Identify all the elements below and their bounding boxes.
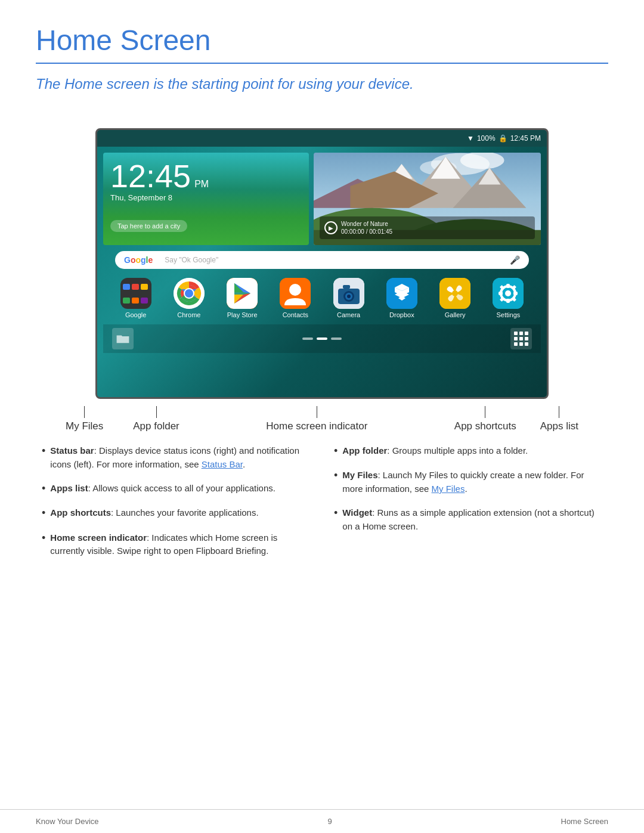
home-indicators xyxy=(302,337,342,340)
apps-dot xyxy=(519,332,523,335)
apps-dot xyxy=(519,342,523,346)
camera-icon xyxy=(333,278,364,309)
footer-right: Home Screen xyxy=(561,817,608,826)
app-icon-google[interactable]: Google xyxy=(120,278,151,318)
app-icons-row: Google xyxy=(103,275,541,321)
dropbox-icon xyxy=(386,278,417,309)
svg-point-27 xyxy=(347,295,351,298)
apps-list-label: Apps list xyxy=(540,406,578,432)
svg-rect-42 xyxy=(499,292,503,295)
my-files-nav-icon[interactable] xyxy=(112,328,134,349)
bullet-app-folder: • App folder: Groups multiple apps into … xyxy=(334,444,602,458)
clock-city[interactable]: Tap here to add a city xyxy=(110,220,187,232)
apps-dot xyxy=(519,337,523,340)
svg-point-39 xyxy=(505,290,511,296)
video-timestamp: 00:00:00 / 00:01:45 xyxy=(341,228,392,236)
svg-rect-28 xyxy=(343,285,350,289)
my-files-link[interactable]: My Files xyxy=(432,484,465,494)
apps-dot xyxy=(525,337,528,340)
apps-dot xyxy=(525,332,528,335)
chrome-icon xyxy=(174,278,205,309)
bullet-status-bar: • Status bar: Displays device status ico… xyxy=(42,444,310,471)
bullet-term-statusbar: Status bar xyxy=(50,445,94,456)
left-labels: My Files App folder xyxy=(66,406,179,432)
indicator-1 xyxy=(302,337,313,340)
bullet-my-files: • My Files: Launch My Files to quickly c… xyxy=(334,469,602,496)
home-body: 12:45 PM Thu, September 8 Tap here to ad… xyxy=(97,147,547,397)
mic-icon[interactable]: 🎤 xyxy=(510,255,520,265)
title-divider xyxy=(36,63,608,64)
bullets-left: • Status bar: Displays device status ico… xyxy=(42,444,310,569)
app-icon-camera[interactable]: Camera xyxy=(333,278,364,318)
status-bar: ▼ 100% 🔒 12:45 PM xyxy=(97,130,547,147)
app-icon-contacts[interactable]: Contacts xyxy=(280,278,311,318)
app-shortcuts-label: App shortcuts xyxy=(454,406,516,432)
bullets-right: • App folder: Groups multiple apps into … xyxy=(334,444,602,569)
app-icon-gallery[interactable]: Gallery xyxy=(439,278,470,318)
apps-list-button[interactable] xyxy=(510,328,532,349)
svg-point-36 xyxy=(452,290,458,296)
settings-icon xyxy=(493,278,524,309)
svg-point-18 xyxy=(185,289,193,298)
apps-dot xyxy=(525,342,528,346)
svg-rect-40 xyxy=(506,284,510,288)
bottom-nav xyxy=(103,324,541,353)
svg-point-22 xyxy=(289,284,301,296)
indicator-3 xyxy=(331,337,342,340)
app-icon-dropbox[interactable]: Dropbox xyxy=(386,278,417,318)
contacts-label: Contacts xyxy=(283,311,308,318)
bottom-labels: My Files App folder Home screen indicato… xyxy=(60,406,584,432)
play-button[interactable]: ▶ xyxy=(324,221,338,234)
video-info: Wonder of Nature 00:00:00 / 00:01:45 xyxy=(341,220,392,236)
indicator-2 xyxy=(317,337,327,340)
clock-time: 12:45 xyxy=(110,160,191,192)
google-logo: Google xyxy=(124,255,153,265)
bullet-home-indicator: • Home screen indicator: Indicates which… xyxy=(42,531,310,558)
top-row: 12:45 PM Thu, September 8 Tap here to ad… xyxy=(103,153,541,245)
page-subtitle: The Home screen is the starting point fo… xyxy=(36,76,608,92)
bullet-app-shortcuts: • App shortcuts: Launches your favorite … xyxy=(42,506,310,520)
bullet-term-widget: Widget xyxy=(342,507,372,518)
status-bar-link[interactable]: Status Bar xyxy=(202,459,243,469)
device-frame: ▼ 100% 🔒 12:45 PM 12:45 PM xyxy=(95,128,549,399)
right-labels: App shortcuts Apps list xyxy=(454,406,578,432)
bullet-term-appfolder: App folder xyxy=(342,445,387,456)
home-screen-indicator-label: Home screen indicator xyxy=(266,406,367,432)
device-diagram: Widget Status bar ▼ 100% 🔒 12:45 PM xyxy=(60,128,584,432)
video-overlay: ▶ Wonder of Nature 00:00:00 / 00:01:45 xyxy=(320,216,535,239)
playstore-icon xyxy=(227,278,258,309)
chrome-label: Chrome xyxy=(177,311,200,318)
svg-rect-41 xyxy=(506,299,510,303)
app-folder-label: App folder xyxy=(133,406,179,432)
search-placeholder: Say "Ok Google" xyxy=(165,256,510,264)
camera-label: Camera xyxy=(337,311,360,318)
status-time: 12:45 PM xyxy=(510,134,541,143)
playstore-label: Play Store xyxy=(227,311,258,318)
app-icon-playstore[interactable]: Play Store xyxy=(227,278,258,318)
bullet-widget: • Widget: Runs as a simple application e… xyxy=(334,506,602,533)
my-files-label: My Files xyxy=(66,406,103,432)
settings-label: Settings xyxy=(497,311,521,318)
app-icon-settings[interactable]: Settings xyxy=(493,278,524,318)
gallery-icon xyxy=(439,278,470,309)
dropbox-label: Dropbox xyxy=(389,311,414,318)
video-title: Wonder of Nature xyxy=(341,220,392,228)
clock-widget: 12:45 PM Thu, September 8 Tap here to ad… xyxy=(103,153,309,245)
bullet-term-shortcuts: App shortcuts xyxy=(50,507,111,518)
footer-left: Know Your Device xyxy=(36,817,99,826)
nature-wallpaper: ▶ Wonder of Nature 00:00:00 / 00:01:45 xyxy=(314,153,541,245)
google-label: Google xyxy=(125,311,146,318)
bullet-term-myfiles: My Files xyxy=(342,470,377,480)
google-folder-icon xyxy=(120,278,151,309)
svg-rect-43 xyxy=(513,292,518,295)
app-icon-chrome[interactable]: Chrome xyxy=(174,278,205,318)
page-title: Home Screen xyxy=(36,24,608,57)
page-footer: Know Your Device 9 Home Screen xyxy=(0,809,644,833)
battery-text: 100% xyxy=(477,134,496,143)
apps-dot xyxy=(514,342,518,346)
bullet-term-homeindicator: Home screen indicator xyxy=(50,532,147,543)
clock-date: Thu, September 8 xyxy=(110,193,302,202)
search-bar[interactable]: Google Say "Ok Google" 🎤 xyxy=(115,251,529,269)
contacts-icon xyxy=(280,278,311,309)
gallery-label: Gallery xyxy=(445,311,466,318)
